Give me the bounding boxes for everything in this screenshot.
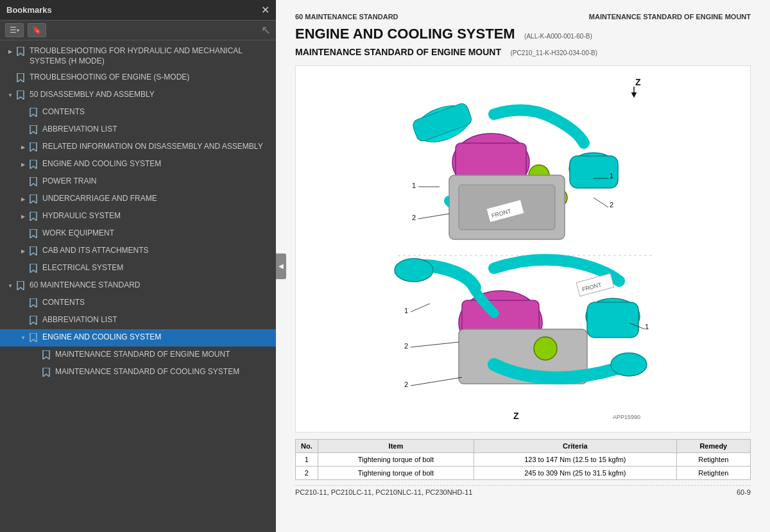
label-item-50-related: RELATED INFORMATION ON DISASSEMBLY AND A… [42, 142, 271, 152]
doc-header-right: MAINTENANCE STANDARD OF ENGINE MOUNT [589, 13, 751, 21]
cursor-indicator: ↖ [261, 23, 271, 37]
svg-rect-29 [587, 302, 638, 338]
label-item-troubleshoot-hydraulic: TROUBLESHOOTING FOR HYDRAULIC AND MECHAN… [30, 46, 271, 66]
cell-criteria: 123 to 147 Nm (12.5 to 15 kgfm) [474, 453, 677, 467]
svg-text:2: 2 [404, 342, 408, 350]
svg-text:2: 2 [610, 201, 613, 209]
svg-line-32 [411, 304, 430, 312]
toggle-item-60-contents [18, 298, 28, 309]
svg-line-19 [594, 198, 608, 207]
svg-text:1: 1 [412, 182, 416, 189]
tree-item-item-60-maintenance[interactable]: ▼60 MAINTENANCE STANDARD [0, 277, 276, 295]
tree-item-item-50-undercarriage[interactable]: ▶UNDERCARRIAGE AND FRAME [0, 191, 276, 208]
label-item-60-contents: CONTENTS [42, 298, 271, 308]
svg-text:Z: Z [635, 77, 641, 87]
tree-item-item-troubleshoot-engine[interactable]: TROUBLESHOOTING OF ENGINE (S-MODE) [0, 69, 276, 87]
tree-item-item-60-engine-mount[interactable]: MAINTENANCE STANDARD OF ENGINE MOUNT [0, 347, 276, 364]
bookmark-icon-item-50-hydraulic [28, 212, 38, 221]
col-no: No. [296, 440, 318, 453]
engine-illustration: Z [366, 73, 680, 425]
label-item-50-disassembly: 50 DISASSEMBLY AND ASSEMBLY [30, 90, 271, 100]
tree-item-item-50-work-equip[interactable]: WORK EQUIPMENT [0, 225, 276, 243]
svg-text:Z: Z [513, 411, 519, 421]
label-item-60-engine: ENGINE AND COOLING SYSTEM [42, 332, 271, 343]
data-table: No. Item Criteria Remedy 1Tightening tor… [295, 439, 751, 480]
toggle-item-50-abbrev [18, 125, 28, 135]
col-criteria: Criteria [474, 440, 677, 453]
svg-point-30 [611, 353, 647, 376]
tree-item-item-50-related[interactable]: ▶RELATED INFORMATION ON DISASSEMBLY AND … [0, 139, 276, 156]
svg-text:2: 2 [404, 381, 408, 388]
bookmark-icon-item-50-abbrev [28, 125, 38, 134]
sidebar-collapse-handle[interactable]: ◀ [276, 253, 286, 279]
cell-item: Tightening torque of bolt [318, 467, 474, 480]
tree-item-item-50-cab[interactable]: ▶CAB AND ITS ATTACHMENTS [0, 243, 276, 260]
bookmark-icon-item-50-electrical [28, 264, 38, 273]
bookmark-icon-item-50-related [28, 142, 38, 151]
label-item-60-engine-cooling: MAINTENANCE STANDARD OF COOLING SYSTEM [55, 367, 271, 377]
toggle-item-50-hydraulic[interactable]: ▶ [18, 212, 28, 222]
tree-item-item-60-contents[interactable]: CONTENTS [0, 295, 276, 312]
toggle-item-50-engine[interactable]: ▶ [18, 160, 28, 170]
bookmark-icon-item-60-contents [28, 298, 38, 307]
toggle-item-50-cab[interactable]: ▶ [18, 246, 28, 257]
doc-header-left: 60 MAINTENANCE STANDARD [295, 13, 398, 21]
doc-section-ref: (PC210_11-K-H320-034-00-B) [510, 49, 597, 56]
label-item-60-maintenance: 60 MAINTENANCE STANDARD [30, 280, 271, 291]
tree-item-item-50-disassembly[interactable]: ▼50 DISASSEMBLY AND ASSEMBLY [0, 87, 276, 104]
tree-item-item-50-powertrain[interactable]: POWER TRAIN [0, 173, 276, 191]
label-item-50-powertrain: POWER TRAIN [42, 176, 271, 187]
label-item-50-undercarriage: UNDERCARRIAGE AND FRAME [42, 194, 271, 204]
svg-text:2: 2 [412, 214, 416, 221]
tree-item-item-troubleshoot-hydraulic[interactable]: ▶TROUBLESHOOTING FOR HYDRAULIC AND MECHA… [0, 43, 276, 69]
bookmark-button[interactable]: 🔖 [28, 23, 46, 37]
sidebar-panel: Bookmarks ✕ ☰▾ 🔖 ↖ ▶TROUBLESHOOTING FOR … [0, 0, 276, 532]
cell-no: 1 [296, 453, 318, 467]
bookmark-icon-item-50-powertrain [28, 177, 38, 186]
cell-remedy: Retighten [676, 453, 750, 467]
sidebar-tree: ▶TROUBLESHOOTING FOR HYDRAULIC AND MECHA… [0, 40, 276, 532]
tree-item-item-60-engine[interactable]: ▼ENGINE AND COOLING SYSTEM [0, 329, 276, 347]
tree-item-item-60-abbrev[interactable]: ABBREVIATION LIST [0, 312, 276, 329]
bookmark-icon-item-60-engine [28, 333, 38, 342]
toggle-item-50-work-equip [18, 229, 28, 239]
toggle-item-60-maintenance[interactable]: ▼ [5, 281, 15, 291]
table-row: 1Tightening torque of bolt123 to 147 Nm … [296, 453, 751, 467]
toggle-item-50-contents [18, 108, 28, 118]
doc-footer: PC210-11, PC210LC-11, PC210NLC-11, PC230… [295, 485, 751, 496]
svg-text:1: 1 [645, 323, 649, 330]
cell-item: Tightening torque of bolt [318, 453, 474, 467]
footer-model: PC210-11, PC210LC-11, PC210NLC-11, PC230… [295, 488, 472, 496]
label-item-50-contents: CONTENTS [42, 107, 271, 117]
toggle-item-50-related[interactable]: ▶ [18, 142, 28, 153]
label-item-troubleshoot-engine: TROUBLESHOOTING OF ENGINE (S-MODE) [30, 73, 271, 83]
tree-item-item-50-electrical[interactable]: ELECTRICAL SYSTEM [0, 260, 276, 277]
engine-diagram: Z [295, 65, 751, 433]
sidebar-header: Bookmarks ✕ [0, 0, 276, 21]
tree-item-item-50-engine[interactable]: ▶ENGINE AND COOLING SYSTEM [0, 156, 276, 173]
bookmark-icon-item-50-disassembly [15, 90, 26, 99]
view-options-button[interactable]: ☰▾ [5, 23, 24, 37]
sidebar-title: Bookmarks [6, 5, 52, 15]
toggle-item-50-electrical [18, 264, 28, 274]
toggle-item-50-undercarriage[interactable]: ▶ [18, 194, 28, 205]
toggle-item-60-engine[interactable]: ▼ [18, 333, 28, 343]
toggle-item-50-disassembly[interactable]: ▼ [5, 90, 15, 101]
svg-line-15 [418, 214, 449, 219]
toggle-item-50-powertrain [18, 177, 28, 187]
toggle-item-60-abbrev [18, 316, 28, 326]
tree-item-item-50-contents[interactable]: CONTENTS [0, 104, 276, 121]
sidebar-toolbar: ☰▾ 🔖 ↖ [0, 21, 276, 40]
label-item-50-cab: CAB AND ITS ATTACHMENTS [42, 246, 271, 256]
tree-item-item-60-engine-cooling[interactable]: MAINTENANCE STANDARD OF COOLING SYSTEM [0, 364, 276, 381]
svg-point-23 [395, 259, 433, 282]
svg-text:APP15990: APP15990 [613, 414, 640, 420]
toggle-item-60-engine-mount [31, 350, 41, 361]
doc-main-ref: (ALL-K-A000-001-60-B) [524, 33, 592, 40]
toggle-item-troubleshoot-hydraulic[interactable]: ▶ [5, 47, 15, 57]
label-item-60-engine-mount: MAINTENANCE STANDARD OF ENGINE MOUNT [55, 350, 271, 360]
cell-criteria: 245 to 309 Nm (25 to 31.5 kgfm) [474, 467, 677, 480]
tree-item-item-50-hydraulic[interactable]: ▶HYDRAULIC SYSTEM [0, 208, 276, 225]
tree-item-item-50-abbrev[interactable]: ABBREVIATION LIST [0, 121, 276, 139]
sidebar-close-button[interactable]: ✕ [261, 4, 270, 16]
